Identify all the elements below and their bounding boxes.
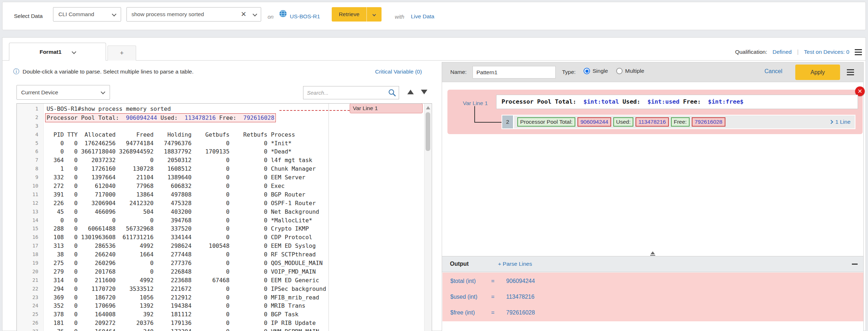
cli-line[interactable]: 16 108 0 1301963608 611731216 334144 0 0… [17, 233, 432, 242]
name-label: Name: [450, 69, 467, 75]
cancel-button[interactable]: Cancel [764, 68, 782, 75]
scrollbar-thumb[interactable] [426, 112, 430, 151]
radio-unselected-icon [616, 68, 623, 74]
scroll-up-icon[interactable] [426, 106, 430, 109]
cli-line[interactable]: 7 364 0 2037232 0 2050312 0 0 l4f mgt ta… [17, 156, 432, 165]
cli-line[interactable]: 23 369 0 186720 1056 212912 0 0 MFIB_mri… [17, 293, 432, 302]
match-line-number: 2 [502, 115, 513, 128]
expand-lines-link[interactable]: 1 Line [830, 119, 850, 125]
retrieve-dropdown-button[interactable] [366, 7, 382, 22]
tab-format1[interactable]: Format1 [9, 43, 106, 61]
search-prev-button[interactable] [407, 90, 414, 94]
line-number: 7 [17, 156, 44, 165]
line-number: 13 [17, 208, 44, 216]
device-scope-value: Current Device [21, 89, 58, 96]
line-text: 314 0 211600 4992 223688 67468 0 EEM ED … [44, 276, 319, 285]
cli-line[interactable]: 20 279 0 201768 0 226848 0 0 VOIP_FMD_MA… [17, 268, 432, 276]
cli-line[interactable]: 15 288 0 60661488 56732968 337520 0 0 Cr… [17, 224, 432, 233]
cli-line[interactable]: 11 391 0 717000 13864 497808 0 0 BGP Rou… [17, 190, 432, 199]
var-line-connector [279, 110, 350, 111]
critical-variable-link[interactable]: Critical Variable (0) [375, 68, 422, 75]
parse-lines-link[interactable]: + Parse Lines [498, 261, 532, 267]
chevron-down-icon [72, 49, 76, 54]
match-value-chip[interactable]: 792616028 [692, 117, 725, 127]
type-multiple-radio[interactable]: Multiple [616, 68, 644, 74]
search-input[interactable] [303, 86, 399, 99]
type-single-radio[interactable]: Single [584, 68, 608, 74]
cli-line[interactable]: 21 314 0 211600 4992 223688 67468 0 EEM … [17, 276, 432, 285]
cli-line[interactable]: 27 76 0 160464 240 173304 0 0 VNM_DSPRM_… [17, 327, 432, 331]
vertical-separator: | [797, 48, 799, 56]
search-next-button[interactable] [421, 90, 427, 94]
device-scope-dropdown[interactable]: Current Device [16, 85, 110, 100]
chevron-right-icon [829, 120, 833, 124]
cli-line[interactable]: 17 313 0 286536 4992 298624 100548 0 EEM… [17, 242, 432, 250]
cli-line[interactable]: 12 226 0 3206904 2412320 475328 0 0 OSPF… [17, 199, 432, 208]
cli-line[interactable]: 25 378 0 164008 392 181112 0 0 BGP Task [17, 310, 432, 319]
line-text: 0 0 176246256 94774184 74796376 0 0 *Ini… [44, 139, 292, 148]
cli-line[interactable]: 4 PID TTY Allocated Freed Holding Getbuf… [17, 131, 432, 139]
highlighted-var-line[interactable]: Processor Pool Total: 906094244 Used: 11… [45, 113, 276, 123]
line-text: 1 0 1726160 130728 1608512 0 0 Chunk Man… [44, 165, 316, 173]
cli-line[interactable]: 26 181 0 209272 20376 179136 0 0 IP RIB … [17, 319, 432, 327]
cli-line[interactable]: 10 272 0 612040 77968 606832 0 0 Exec [17, 182, 432, 190]
cli-line[interactable]: 24 352 0 170696 1392 194384 0 0 MRIB Tra… [17, 302, 432, 310]
line-text: 45 0 466096 504 403200 0 0 Net Backgroun… [44, 208, 319, 216]
menu-icon[interactable] [855, 49, 862, 55]
line-text: 332 0 1397664 21104 1389640 0 0 EEM Serv… [44, 173, 305, 182]
line-number: 4 [17, 131, 44, 139]
pattern-name-input[interactable] [473, 66, 556, 79]
cli-scrollbar[interactable] [424, 104, 431, 331]
match-literal-chip[interactable]: Used: [613, 117, 634, 127]
device-globe-icon [279, 10, 287, 18]
device-name-link[interactable]: US-BOS-R1 [290, 13, 320, 20]
line-text: 369 0 186720 1056 212912 0 0 MFIB_mrib_r… [44, 293, 319, 302]
pattern-menu-icon[interactable] [847, 69, 854, 75]
test-on-devices-link[interactable]: Test on Devices: 0 [804, 49, 849, 55]
line-text: 0 0 3661718040 3268944592 18837792 17091… [44, 147, 292, 156]
cli-line[interactable]: 13 45 0 466096 504 403200 0 0 Net Backgr… [17, 208, 432, 216]
match-row: 2 Processor Pool Total:906094244Used:113… [502, 115, 855, 129]
var-line-tag[interactable]: Var Line 1 [350, 103, 423, 113]
qualification-label: Qualification: [735, 49, 767, 55]
cli-line[interactable]: 5 0 0 176246256 94774184 74796376 0 0 *I… [17, 139, 432, 148]
qualification-value-link[interactable]: Defined [772, 49, 791, 55]
line-number: 6 [17, 147, 44, 156]
pattern-literal: Processor Pool Total: [502, 98, 583, 105]
cli-line[interactable]: 3 [17, 122, 432, 131]
line-text: 76 0 160464 240 173304 0 0 VNM_DSPRM_MAI… [44, 327, 319, 331]
collapse-handle-icon[interactable] [649, 251, 656, 256]
pattern-input[interactable]: Processor Pool Total: $int:total Used: $… [496, 95, 858, 109]
line-number: 8 [17, 165, 44, 173]
match-value-chip[interactable]: 113478216 [636, 117, 668, 127]
line-text: 294 0 1170720 3533512 221672 0 0 IPSec b… [44, 285, 326, 293]
line-text: 275 0 260296 0 277376 0 0 QOS_MODULE_MAI… [44, 259, 323, 268]
cli-line[interactable]: 9 332 0 1397664 21104 1389640 0 0 EEM Se… [17, 173, 432, 182]
search-icon[interactable] [388, 89, 396, 97]
match-value-chip[interactable]: 906094244 [577, 117, 611, 127]
output-row: $free (int)=792616028 [442, 305, 863, 321]
minimize-icon[interactable] [852, 264, 858, 265]
match-literal-chip[interactable]: Processor Pool Total: [517, 117, 575, 127]
add-format-tab[interactable]: + [107, 46, 136, 61]
retrieve-button[interactable]: Retrieve [332, 7, 366, 22]
cli-line[interactable]: 14 0 0 0 0 394768 0 0 *MallocLite* [17, 216, 432, 225]
data-type-dropdown[interactable]: CLI Command [53, 7, 121, 22]
line-text: 108 0 1301963608 611731216 334144 0 0 CD… [44, 233, 312, 242]
cli-line[interactable]: 6 0 0 3661718040 3268944592 18837792 170… [17, 147, 432, 156]
clear-command-icon[interactable]: ✕ [241, 10, 246, 18]
cli-line[interactable]: 2Processor Pool Total: 906094244 Used: 1… [17, 113, 432, 122]
cli-line[interactable]: 19 275 0 260296 0 277376 0 0 QOS_MODULE_… [17, 259, 432, 268]
live-data-link[interactable]: Live Data [411, 13, 434, 20]
cli-line[interactable]: 8 1 0 1726160 130728 1608512 0 0 Chunk M… [17, 165, 432, 173]
cli-line[interactable]: 22 294 0 1170720 3533512 221672 0 0 IPSe… [17, 285, 432, 293]
match-literal-chip[interactable]: Free: [671, 117, 690, 127]
cli-line[interactable]: 18 38 0 266240 1664 277448 0 0 RF SCTPth… [17, 250, 432, 259]
output-header-bar: Output + Parse Lines [442, 256, 863, 272]
apply-button[interactable]: Apply [795, 65, 840, 80]
var-line-label: Var Line 1 [463, 100, 488, 107]
line-number: 5 [17, 139, 44, 148]
chevron-down-icon [101, 90, 105, 94]
chevron-down-icon [373, 13, 376, 16]
parse-hint-text: Double-click a variable to parse. Select… [23, 68, 193, 75]
